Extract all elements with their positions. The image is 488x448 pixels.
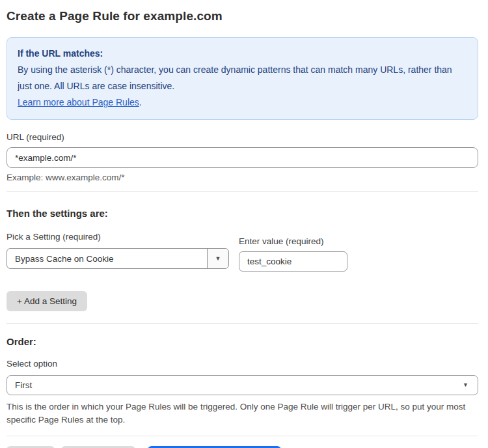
separator [7, 323, 478, 324]
add-setting-button[interactable]: + Add a Setting [7, 291, 87, 311]
separator [7, 191, 478, 192]
enter-value-label: Enter value (required) [239, 236, 347, 246]
separator [7, 436, 478, 436]
pick-setting-dropdown[interactable]: Bypass Cache on Cookie ▼ [7, 248, 229, 269]
order-section-heading: Order: [7, 336, 478, 347]
setting-value-input[interactable] [239, 251, 347, 272]
info-box-heading: If the URL matches: [18, 46, 467, 62]
select-option-label: Select option [7, 359, 478, 369]
pick-setting-column: Pick a Setting (required) Bypass Cache o… [7, 232, 229, 269]
order-help-text: This is the order in which your Page Rul… [7, 400, 478, 427]
settings-section-heading: Then the settings are: [7, 208, 478, 219]
url-field-label: URL (required) [7, 132, 478, 142]
dropdown-arrow-button[interactable]: ▼ [207, 249, 228, 268]
url-matches-info-box: If the URL matches: By using the asteris… [7, 37, 478, 120]
pick-setting-label: Pick a Setting (required) [7, 232, 229, 242]
order-selected-value: First [15, 380, 32, 390]
link-period: . [139, 97, 142, 107]
page-title: Create a Page Rule for example.com [7, 9, 478, 23]
create-page-rule-panel: Create a Page Rule for example.com If th… [0, 0, 488, 448]
enter-value-column: Enter value (required) [239, 236, 347, 272]
order-select[interactable]: First ▼ [7, 375, 478, 395]
settings-row: Pick a Setting (required) Bypass Cache o… [7, 232, 478, 272]
info-box-body: By using the asterisk (*) character, you… [18, 62, 467, 94]
pick-setting-selected-value: Bypass Cache on Cookie [7, 254, 114, 264]
url-input[interactable] [7, 147, 478, 168]
url-example-text: Example: www.example.com/* [7, 173, 478, 182]
learn-more-link[interactable]: Learn more about Page Rules [18, 97, 139, 107]
chevron-down-icon: ▼ [463, 382, 468, 388]
info-box-link-line: Learn more about Page Rules. [18, 94, 467, 111]
chevron-down-icon: ▼ [215, 256, 221, 262]
